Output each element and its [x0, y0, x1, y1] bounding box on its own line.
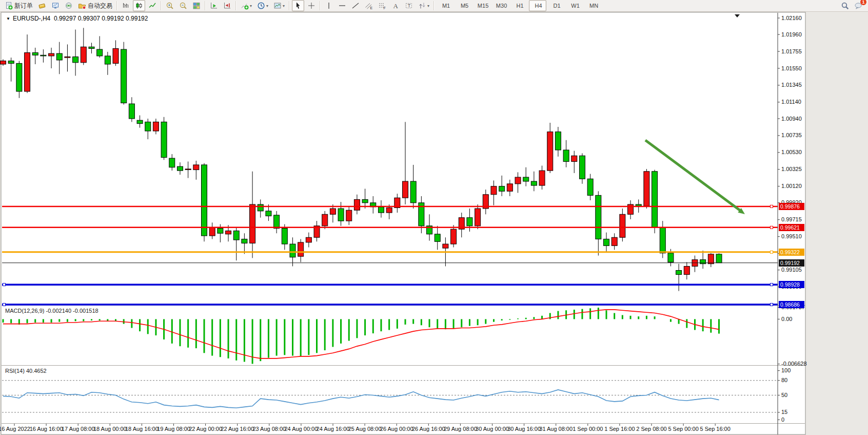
line-handle[interactable]	[771, 304, 773, 306]
candle[interactable]	[451, 229, 457, 244]
candle[interactable]	[346, 210, 352, 221]
candle[interactable]	[282, 229, 287, 244]
candle[interactable]	[660, 228, 665, 253]
line-handle[interactable]	[3, 283, 6, 286]
price-tick-label: 1.01755	[781, 48, 802, 54]
candle[interactable]	[145, 122, 151, 131]
candle[interactable]	[113, 48, 119, 63]
candle[interactable]	[322, 214, 328, 225]
candle[interactable]	[354, 199, 360, 210]
candle[interactable]	[41, 55, 46, 56]
candle[interactable]	[193, 165, 199, 170]
date-tick-label: 22 Aug 00:00	[188, 426, 223, 432]
line-handle[interactable]	[771, 251, 773, 253]
candle[interactable]	[668, 253, 674, 262]
candle[interactable]	[467, 218, 472, 226]
candle[interactable]	[716, 254, 722, 263]
candle[interactable]	[32, 53, 38, 55]
candle[interactable]	[290, 244, 295, 257]
candle[interactable]	[1, 61, 6, 64]
candle[interactable]	[547, 132, 553, 171]
candle[interactable]	[362, 199, 368, 202]
candle[interactable]	[169, 158, 175, 167]
candle[interactable]	[579, 156, 585, 179]
candle[interactable]	[306, 237, 311, 242]
candle[interactable]	[708, 254, 714, 264]
candle[interactable]	[16, 63, 22, 91]
date-tick-label: 1 Sep 16:00	[602, 426, 637, 432]
price-tick-label: 1.00325	[781, 166, 802, 172]
candle[interactable]	[129, 104, 134, 119]
candle[interactable]	[403, 181, 408, 198]
candle[interactable]	[89, 47, 94, 48]
candle[interactable]	[620, 214, 625, 237]
candle[interactable]	[563, 150, 569, 161]
candle[interactable]	[177, 166, 183, 171]
candle[interactable]	[443, 244, 448, 248]
price-chart-svg[interactable]	[0, 0, 868, 435]
candle[interactable]	[202, 165, 207, 236]
line-handle[interactable]	[771, 226, 773, 229]
candle[interactable]	[49, 53, 54, 56]
date-tick-label: 26 Aug 00:00	[379, 426, 414, 432]
candle[interactable]	[338, 209, 344, 221]
chart-title: ▼EURUSD-,H4 0.99297 0.99307 0.99192 0.99…	[6, 15, 148, 22]
candle[interactable]	[378, 207, 384, 213]
candle[interactable]	[250, 204, 255, 243]
price-badge-0.98928: 0.98928	[779, 281, 804, 288]
candle[interactable]	[410, 181, 416, 203]
candle[interactable]	[153, 122, 159, 131]
candle[interactable]	[161, 122, 167, 157]
candle[interactable]	[604, 239, 609, 245]
candle[interactable]	[587, 179, 593, 195]
candle[interactable]	[700, 260, 706, 264]
candle[interactable]	[81, 47, 86, 63]
line-handle[interactable]	[771, 205, 773, 207]
candle[interactable]	[209, 228, 215, 236]
candle[interactable]	[652, 172, 658, 228]
candle[interactable]	[491, 186, 497, 195]
candle[interactable]	[298, 242, 304, 256]
candle[interactable]	[475, 209, 481, 226]
candle[interactable]	[555, 132, 561, 150]
candle[interactable]	[73, 57, 78, 63]
candle[interactable]	[507, 184, 512, 191]
candle[interactable]	[523, 177, 529, 181]
candle[interactable]	[56, 53, 62, 60]
candle[interactable]	[258, 204, 263, 211]
candle[interactable]	[233, 231, 239, 240]
candle[interactable]	[242, 239, 247, 243]
candle[interactable]	[185, 169, 191, 170]
candle[interactable]	[97, 49, 103, 56]
candle[interactable]	[571, 156, 577, 161]
candle[interactable]	[386, 207, 392, 213]
candle[interactable]	[65, 57, 70, 58]
candle[interactable]	[499, 186, 505, 192]
candle[interactable]	[8, 61, 14, 64]
candle[interactable]	[121, 49, 127, 103]
candle[interactable]	[137, 120, 143, 123]
candle[interactable]	[105, 56, 110, 64]
date-tick-label: 2 Sep 08:00	[634, 426, 669, 432]
candle[interactable]	[218, 229, 223, 234]
line-handle[interactable]	[3, 304, 6, 306]
candle[interactable]	[539, 171, 545, 185]
candle[interactable]	[25, 53, 30, 91]
candle[interactable]	[435, 234, 440, 241]
candle[interactable]	[226, 231, 231, 234]
candle[interactable]	[596, 195, 601, 239]
candle[interactable]	[515, 177, 521, 184]
candle[interactable]	[274, 215, 280, 229]
candle[interactable]	[611, 237, 617, 245]
date-tick-label: 24 Aug 00:00	[284, 426, 319, 432]
candle[interactable]	[266, 211, 271, 216]
chart-menu-icon[interactable]: ▼	[6, 16, 10, 21]
candle[interactable]	[330, 209, 336, 214]
candle[interactable]	[676, 271, 682, 275]
candle[interactable]	[644, 172, 649, 206]
candle[interactable]	[531, 181, 537, 185]
candle[interactable]	[684, 266, 689, 274]
line-handle[interactable]	[771, 283, 773, 286]
price-tick-label: 1.00940	[781, 116, 802, 122]
price-tick-label: 1.01345	[781, 82, 802, 88]
